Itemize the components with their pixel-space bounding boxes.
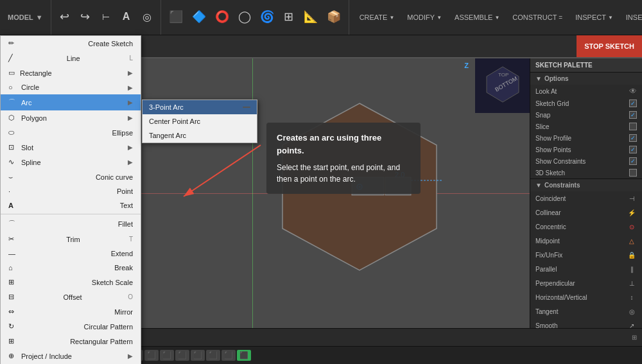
tooltip-arrow: [177, 139, 267, 216]
cylinder-button[interactable]: 🔷: [188, 7, 210, 28]
menu-fillet[interactable]: ⌒ Fillet: [1, 216, 141, 232]
option-slice[interactable]: Slice: [530, 121, 642, 132]
menu-rect-pattern[interactable]: ⊞ Rectangular Pattern: [1, 334, 141, 349]
coil-button[interactable]: 🌀: [256, 7, 278, 28]
tooltip-title: Creates an arc using three points.: [277, 132, 410, 157]
sketch-dropdown: ✏ Create Sketch ╱ Line L ▭ Rectangle ▶ ○…: [0, 35, 141, 364]
bottom-expand[interactable]: ⊞: [632, 334, 637, 341]
menu-ellipse[interactable]: ⬭ Ellipse: [1, 125, 141, 140]
constraint-midpoint[interactable]: Midpoint △: [530, 234, 642, 248]
menu-arc[interactable]: ⌒ Arc ▶: [1, 94, 141, 110]
menu-text[interactable]: A Text: [1, 198, 141, 212]
constraints-section: ▼ Constraints Coincident ⊣ Collinear ⚡ C…: [530, 179, 642, 328]
option-show-constraints[interactable]: Show Constraints: [530, 155, 642, 167]
options-section: ▼ Options Look At 👁 Sketch Grid Snap Sli…: [530, 73, 642, 179]
menu-extend[interactable]: — Extend: [1, 247, 141, 261]
z-axis-label: Z: [464, 62, 469, 69]
constraint-fix[interactable]: Fix/UnFix 🔒: [530, 248, 642, 262]
menu-sketch-scale[interactable]: ⊞ Sketch Scale: [1, 275, 141, 290]
snap-checkbox[interactable]: [629, 111, 637, 119]
menu-offset[interactable]: ⊟ Offset O: [1, 290, 141, 304]
constraints-section-header[interactable]: ▼ Constraints: [530, 179, 642, 191]
option-show-points[interactable]: Show Points: [530, 144, 642, 155]
sketch-grid-checkbox[interactable]: [629, 100, 637, 107]
svg-line-8: [184, 145, 261, 196]
option-show-profile[interactable]: Show Profile: [530, 132, 642, 144]
show-points-checkbox[interactable]: [629, 146, 637, 153]
sphere-button[interactable]: ⭕: [211, 7, 233, 28]
assemble-menu[interactable]: ASSEMBLE ▼: [448, 0, 506, 35]
option-look-at[interactable]: Look At 👁: [530, 85, 642, 98]
stop-sketch-button[interactable]: STOP SKETCH: [577, 35, 642, 57]
orbit-button[interactable]: ◎: [137, 8, 157, 27]
constraint-tangent[interactable]: Tangent ◎: [530, 304, 642, 318]
option-snap[interactable]: Snap: [530, 109, 642, 121]
menu-break[interactable]: ⌂ Break: [1, 261, 141, 275]
menu-trim[interactable]: ✂ Trim T: [1, 232, 141, 247]
constraint-perpendicular[interactable]: Perpendicular ⊥: [530, 276, 642, 290]
pipe-button[interactable]: ⊞: [279, 7, 299, 28]
undo-button[interactable]: ↩: [55, 7, 74, 28]
redo-button[interactable]: ↪: [76, 7, 95, 28]
view-cube[interactable]: BOTTOM TOP: [475, 58, 530, 113]
view-btn-10[interactable]: ⬛: [206, 350, 220, 361]
view-btn-8[interactable]: ⬛: [175, 350, 189, 361]
menu-line[interactable]: ╱ Line L: [1, 51, 141, 65]
constraint-smooth[interactable]: Smooth ↗: [530, 318, 642, 328]
3d-sketch-checkbox[interactable]: [629, 169, 637, 177]
panel-header: SKETCH PALETTE: [530, 58, 642, 73]
arc-3point[interactable]: 3-Point Arc: [143, 100, 257, 114]
torus-button[interactable]: ◯: [234, 7, 255, 28]
options-section-header[interactable]: ▼ Options: [530, 73, 642, 85]
measure-button[interactable]: ⊢: [96, 9, 116, 26]
menu-rectangle[interactable]: ▭ Rectangle ▶: [1, 65, 141, 80]
sketch3d-button[interactable]: 📐: [300, 7, 322, 28]
menu-create-sketch[interactable]: ✏ Create Sketch: [1, 36, 141, 51]
constraint-horiz-vert[interactable]: Horizontal/Vertical ↕: [530, 290, 642, 304]
view-btn-6[interactable]: ⬛: [144, 350, 159, 361]
menu-slot[interactable]: ⊡ Slot ▶: [1, 140, 141, 155]
box-button[interactable]: ⬛: [165, 7, 187, 28]
create-menu[interactable]: CREATE ▼: [353, 0, 401, 35]
menu-mirror[interactable]: ⇔ Mirror: [1, 304, 141, 319]
right-panel: SKETCH PALETTE ▼ Options Look At 👁 Sketc…: [530, 58, 642, 328]
menu-labels-section: CREATE ▼ MODIFY ▼ ASSEMBLE ▼ CONSTRUCT =…: [349, 0, 642, 35]
menu-circle[interactable]: ○ Circle ▶: [1, 80, 141, 94]
show-profile-checkbox[interactable]: [629, 134, 637, 142]
option-3d-sketch[interactable]: 3D Sketch: [530, 167, 642, 178]
model-label[interactable]: MODEL ▼: [5, 13, 46, 21]
option-sketch-grid[interactable]: Sketch Grid: [530, 98, 642, 109]
orientation-cube-svg: BOTTOM TOP: [480, 64, 525, 108]
model-section: MODEL ▼: [0, 0, 51, 35]
modify-menu[interactable]: MODIFY ▼: [401, 0, 448, 35]
menu-project[interactable]: ⊕ Project / Include ▶: [1, 349, 141, 363]
menu-point[interactable]: · Point: [1, 184, 141, 198]
construct-menu[interactable]: CONSTRUCT =: [506, 0, 569, 35]
grid3d-button[interactable]: 📦: [323, 7, 345, 28]
svg-text:TOP: TOP: [498, 72, 508, 78]
tooltip-box: Creates an arc using three points. Selec…: [266, 123, 421, 194]
view-btn-7[interactable]: ⬛: [160, 350, 174, 361]
view-btn-11[interactable]: ⬛: [221, 350, 236, 361]
menu-conic[interactable]: ⌣ Conic curve: [1, 169, 141, 184]
constraint-collinear[interactable]: Collinear ⚡: [530, 205, 642, 220]
view-btn-active[interactable]: ⬛: [237, 350, 251, 361]
constraint-parallel[interactable]: Parallel ∥: [530, 262, 642, 276]
bottom-bar-right: ⊞: [632, 334, 637, 341]
vertical-axis: [252, 58, 253, 328]
arc-tangent[interactable]: Tangent Arc: [143, 128, 257, 143]
menu-circular-pattern[interactable]: ↻ Circular Pattern: [1, 319, 141, 334]
top-toolbar: MODEL ▼ ↩ ↪ ⊢ A ◎ ⬛ 🔷 ⭕ ◯ 🌀 ⊞ 📐 📦 CREATE…: [0, 0, 642, 35]
constraint-concentric[interactable]: Concentric ⊙: [530, 220, 642, 234]
constraint-coincident[interactable]: Coincident ⊣: [530, 191, 642, 205]
inspect-menu[interactable]: INSPECT ▼: [569, 0, 620, 35]
text-button[interactable]: A: [117, 8, 136, 26]
arc-center-point[interactable]: Center Point Arc: [143, 114, 257, 128]
menu-divider-1: [1, 214, 141, 214]
show-constraints-checkbox[interactable]: [629, 157, 637, 165]
menu-spline[interactable]: ∿ Spline ▶: [1, 155, 141, 169]
view-btn-9[interactable]: ⬛: [191, 350, 205, 361]
slice-checkbox[interactable]: [629, 123, 637, 130]
insert-menu[interactable]: INSERT ▼: [620, 0, 642, 35]
menu-polygon[interactable]: ⬡ Polygon ▶: [1, 110, 141, 125]
